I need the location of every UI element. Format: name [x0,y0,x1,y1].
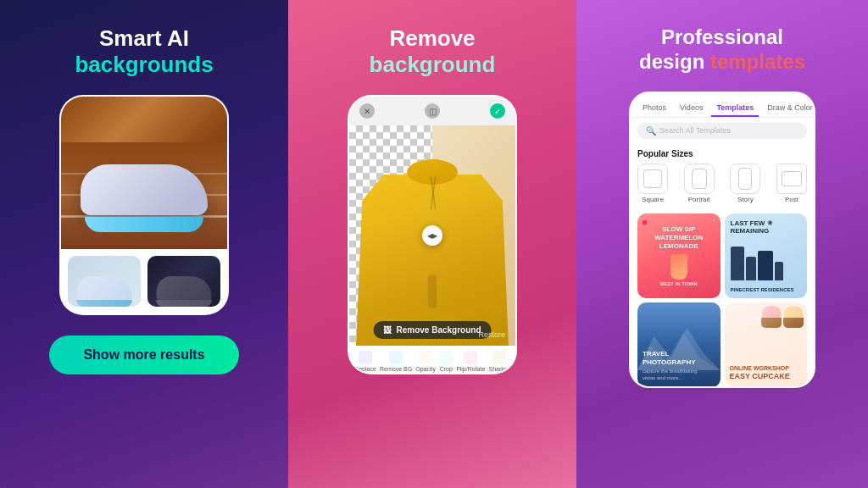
popular-sizes-section: Popular Sizes Square Portrait [631,144,814,208]
show-more-button[interactable]: Show more results [49,336,238,374]
thumbnail-1 [68,256,141,307]
toolbar-replace[interactable]: Replace [354,351,376,372]
template-residences[interactable]: LAST FEW ✳REMAINING PINECREST RESIDENCES [725,214,808,298]
watermelon-title: Slow SipWATERMELONLEMONADE [654,225,703,251]
panel-remove-background: Remove background ✕ ◫ ✓ [288,0,576,488]
search-bar: 🔍 Search All Templates [631,118,814,144]
tab-draw-color[interactable]: Draw & Color [762,100,815,117]
toolbar-shadow[interactable]: Shadow [489,351,510,372]
search-input[interactable]: 🔍 Search All Templates [637,123,807,139]
thumbnail-2 [147,256,220,307]
toolbar-flip-rotate[interactable]: Flip/Rotate [456,351,485,372]
size-icons-row: Square Portrait Story [637,164,807,203]
layers-icon: ◫ [425,103,440,119]
popular-sizes-label: Popular Sizes [637,149,807,158]
phone-mockup-3: Photos Videos Templates Draw & Color 🔍 S… [629,92,815,388]
residences-footer: PINECREST RESIDENCES [731,287,802,292]
travel-text: TRAVEL PHOTOGRAPHY capture the breathtak… [643,350,715,382]
remove-bg-preview: ◀▶ 🖼 Remove Background Restore [349,125,515,346]
size-story[interactable]: Story [730,164,760,203]
panel-templates: Professional design templates Photos Vid… [576,0,868,488]
toolbar-crop[interactable]: Crop [439,351,453,372]
watermelon-sub: BEST IN TOWN [660,281,698,286]
template-cupcake[interactable]: ONLINE WORKSHOP EASY CUPCAKE [725,302,808,387]
panel2-title: Remove background [370,25,496,78]
panel3-title: Professional design templates [639,25,805,75]
toolbar-opacity[interactable]: Opacity [415,351,436,372]
template-watermelon[interactable]: • Slow SipWATERMELONLEMONADE BEST IN TOW… [637,214,721,298]
phone-mockup-1 [59,95,229,315]
panel1-title: Smart AI backgrounds [75,25,213,78]
bottom-toolbar: Replace Remove BG Opacity Crop Flip/Rota… [349,346,515,374]
tab-photos[interactable]: Photos [637,100,671,117]
templates-grid: • Slow SipWATERMELONLEMONADE BEST IN TOW… [631,208,814,388]
thumbnail-row [61,249,227,313]
remove-bg-icon: 🖼 [383,325,392,335]
buildings-graphic [731,242,802,280]
tab-templates[interactable]: Templates [711,100,759,117]
phone-top-bar: ✕ ◫ ✓ [349,97,515,125]
split-handle[interactable]: ◀▶ [422,225,442,246]
toolbar-remove-bg[interactable]: Remove BG [380,351,412,372]
check-icon: ✓ [490,103,505,119]
panel-ai-backgrounds: Smart AI backgrounds [0,0,288,488]
close-icon: ✕ [359,103,375,119]
search-icon: 🔍 [646,126,656,136]
cupcake-text: ONLINE WORKSHOP EASY CUPCAKE [730,364,803,382]
size-post[interactable]: Post [776,164,807,203]
remove-bg-label: 🖼 Remove Background [373,321,491,339]
restore-button[interactable]: Restore [478,330,505,339]
app-tab-bar: Photos Videos Templates Draw & Color [631,93,814,118]
shoe-main-display [61,97,227,249]
phone-mockup-2: ✕ ◫ ✓ ◀▶ 🖼 [348,95,517,374]
template-travel[interactable]: TRAVEL PHOTOGRAPHY capture the breathtak… [637,302,721,387]
residences-header: LAST FEW ✳REMAINING [731,219,802,236]
tab-videos[interactable]: Videos [675,100,708,117]
size-square[interactable]: Square [637,164,668,203]
size-portrait[interactable]: Portrait [684,164,715,203]
hoodie-graphic [356,159,509,346]
